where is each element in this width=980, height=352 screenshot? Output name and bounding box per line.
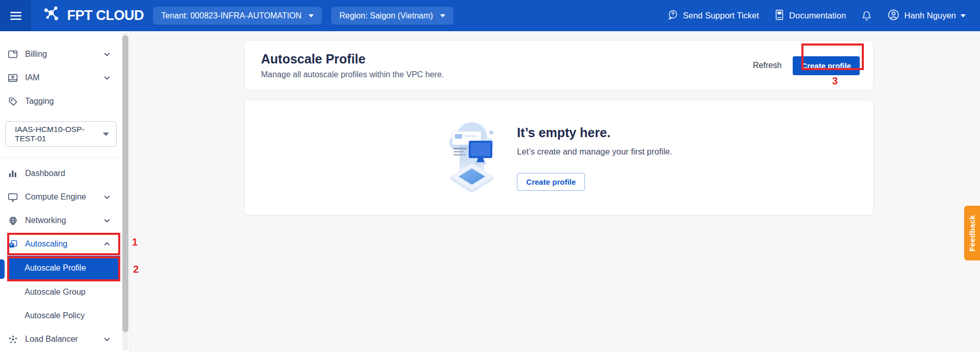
sidebar: Billing IAM Tagging: [0, 31, 130, 352]
region-label: Region: Saigon (Vietnam): [339, 11, 433, 20]
topbar-actions: Send Support Ticket Documentation: [667, 9, 980, 23]
empty-state-title: It’s empty here.: [517, 125, 672, 140]
sidebar-item-tagging[interactable]: Tagging: [0, 90, 122, 113]
sidebar-item-label: Autoscale Group: [25, 288, 111, 297]
sidebar-item-autoscaling[interactable]: Autoscaling: [0, 232, 122, 256]
empty-state-subtitle: Let’s create and manage your first profi…: [517, 147, 672, 157]
sidebar-item-label: Networking: [25, 216, 103, 225]
region-dropdown[interactable]: Region: Saigon (Vietnam): [331, 7, 453, 25]
dashboard-icon: [7, 169, 18, 178]
documentation-link[interactable]: Documentation: [774, 9, 846, 23]
sidebar-item-label: Compute Engine: [25, 192, 103, 202]
chevron-up-icon: [103, 240, 111, 248]
sidebar-item-dashboard[interactable]: Dashboard: [0, 162, 122, 185]
feedback-tab[interactable]: Feedback: [964, 206, 980, 260]
sidebar-item-load-balancer[interactable]: Load Balancer: [0, 327, 122, 351]
sidebar-item-billing[interactable]: Billing: [0, 42, 122, 66]
send-support-ticket-label: Send Support Ticket: [683, 11, 759, 20]
sidebar-item-label: IAM: [25, 73, 103, 82]
empty-create-profile-button[interactable]: Create profile: [517, 173, 585, 191]
chevron-down-icon: [961, 14, 966, 17]
sidebar-scrollbar-thumb[interactable]: [122, 35, 128, 332]
billing-icon: [7, 50, 18, 59]
active-item-indicator: [0, 259, 5, 279]
compute-engine-icon: [7, 192, 18, 202]
page-header-card: Autoscale Profile Manage all autoscale p…: [244, 40, 874, 91]
tenant-label: Tenant: 000823-INFRA-AUTOMATION: [161, 11, 301, 20]
create-profile-button[interactable]: Create profile: [793, 56, 860, 75]
autoscaling-icon: [7, 239, 18, 249]
document-icon: [774, 9, 785, 23]
user-avatar-icon: [887, 9, 900, 23]
fpt-cloud-logo[interactable]: FPT CLOUD: [42, 5, 144, 27]
sidebar-item-label: Load Balancer: [25, 335, 103, 344]
vpc-selector-value: IAAS-HCM10-OSP-TEST-01: [15, 125, 103, 143]
networking-icon: [7, 216, 18, 226]
fpt-logo-icon: [42, 5, 63, 27]
empty-state-illustration: [445, 118, 502, 197]
topbar: FPT CLOUD Tenant: 000823-INFRA-AUTOMATIO…: [0, 0, 980, 31]
chevron-down-icon: [103, 193, 111, 201]
empty-state-card: It’s empty here. Let’s create and manage…: [244, 100, 874, 215]
user-name: Hanh Nguyen: [904, 11, 956, 20]
page-subtitle: Manage all autoscale profiles within the…: [261, 70, 444, 79]
main-content: Autoscale Profile Manage all autoscale p…: [130, 31, 980, 352]
chevron-down-icon: [103, 51, 111, 58]
sidebar-item-networking[interactable]: Networking: [0, 209, 122, 232]
sidebar-item-iam[interactable]: IAM: [0, 66, 122, 90]
chevron-down-icon: [440, 14, 445, 17]
sidebar-item-label: Autoscale Policy: [25, 311, 111, 320]
feedback-label: Feedback: [968, 215, 976, 252]
iam-icon: [7, 73, 18, 83]
documentation-label: Documentation: [789, 11, 846, 20]
sidebar-item-autoscale-group[interactable]: Autoscale Group: [0, 280, 122, 304]
bell-icon[interactable]: [861, 10, 872, 21]
sidebar-item-label: Dashboard: [25, 169, 111, 178]
send-support-ticket-link[interactable]: Send Support Ticket: [667, 9, 759, 23]
logo-text: FPT CLOUD: [67, 8, 144, 24]
sidebar-scrollbar[interactable]: [122, 32, 128, 351]
tenant-dropdown[interactable]: Tenant: 000823-INFRA-AUTOMATION: [153, 7, 322, 25]
sidebar-item-label: Tagging: [25, 97, 111, 106]
user-menu[interactable]: Hanh Nguyen: [887, 9, 966, 23]
chevron-down-icon: [103, 133, 109, 136]
sidebar-item-label: Autoscale Profile: [25, 263, 109, 273]
chevron-down-icon: [309, 14, 314, 17]
support-chat-icon: [667, 9, 679, 23]
chevron-down-icon: [103, 336, 111, 343]
sidebar-item-label: Billing: [25, 50, 103, 59]
sidebar-item-compute-engine[interactable]: Compute Engine: [0, 185, 122, 209]
sidebar-divider: [0, 157, 122, 158]
chevron-down-icon: [103, 74, 111, 81]
menu-icon[interactable]: [0, 0, 31, 31]
vpc-selector[interactable]: IAAS-HCM10-OSP-TEST-01: [5, 121, 117, 147]
sidebar-item-autoscale-profile[interactable]: Autoscale Profile: [7, 256, 120, 280]
chevron-down-icon: [103, 217, 111, 224]
page-title: Autoscale Profile: [261, 52, 444, 67]
refresh-button[interactable]: Refresh: [753, 61, 781, 70]
tag-icon: [7, 97, 18, 106]
sidebar-item-label: Autoscaling: [25, 239, 103, 249]
load-balancer-icon: [7, 335, 18, 344]
sidebar-item-autoscale-policy[interactable]: Autoscale Policy: [0, 304, 122, 327]
